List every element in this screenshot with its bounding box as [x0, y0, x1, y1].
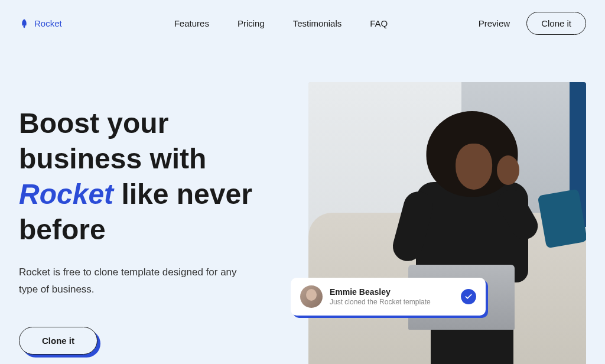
brand-name: Rocket	[34, 18, 62, 28]
hero-section: Boost your business with Rocket like nev…	[0, 47, 605, 364]
clone-button-nav[interactable]: Clone it	[526, 12, 586, 35]
notification-card: Emmie Beasley Just cloned the Rocket tem…	[291, 278, 486, 316]
clone-button-hero[interactable]: Clone it	[19, 327, 97, 355]
nav-link-features[interactable]: Features	[174, 18, 209, 28]
preview-link[interactable]: Preview	[479, 18, 510, 28]
nav-links-group: Features Pricing Testimonials FAQ	[174, 18, 388, 28]
nav-right-group: Preview Clone it	[479, 12, 586, 35]
notification-text: Emmie Beasley Just cloned the Rocket tem…	[330, 287, 454, 306]
hero-image-wrapper: Emmie Beasley Just cloned the Rocket tem…	[308, 82, 586, 364]
hero-image	[308, 82, 586, 364]
nav-link-testimonials[interactable]: Testimonials	[293, 18, 342, 28]
hero-title-highlight: Rocket	[19, 178, 113, 210]
check-icon	[461, 289, 476, 304]
hero-title: Boost your business with Rocket like nev…	[19, 106, 285, 248]
notification-desc: Just cloned the Rocket template	[330, 298, 454, 306]
brand-logo[interactable]: Rocket	[19, 18, 62, 29]
hero-title-pre: Boost your business with	[19, 108, 206, 174]
hero-image-illustration	[308, 82, 586, 364]
hero-subtitle: Rocket is free to clone template designe…	[19, 264, 243, 298]
nav-link-pricing[interactable]: Pricing	[238, 18, 265, 28]
top-navigation: Rocket Features Pricing Testimonials FAQ…	[0, 0, 605, 47]
hero-content: Boost your business with Rocket like nev…	[19, 82, 285, 364]
rocket-icon	[19, 18, 30, 29]
notification-name: Emmie Beasley	[330, 287, 454, 297]
avatar	[300, 285, 323, 308]
nav-link-faq[interactable]: FAQ	[370, 18, 388, 28]
hero-cta-wrapper: Clone it	[19, 327, 97, 355]
